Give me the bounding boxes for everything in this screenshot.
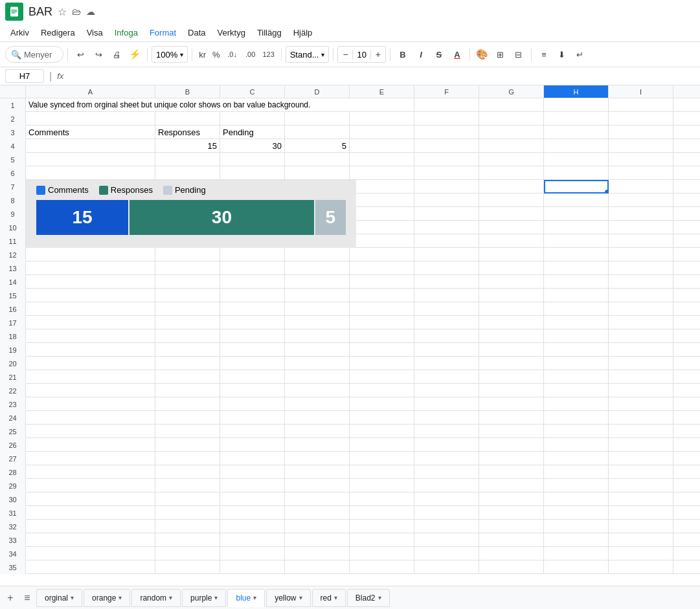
- cell-a16[interactable]: [26, 302, 155, 316]
- cell-j21[interactable]: [673, 370, 700, 384]
- cell-i35[interactable]: [609, 560, 673, 574]
- cell-i2[interactable]: [609, 112, 673, 126]
- cell-e22[interactable]: [350, 384, 414, 397]
- cell-e35[interactable]: [350, 560, 414, 574]
- cell-f23[interactable]: [414, 397, 479, 411]
- cell-h28[interactable]: [544, 465, 609, 479]
- menu-verktyg[interactable]: Verktyg: [212, 25, 251, 40]
- cell-f26[interactable]: [414, 438, 479, 452]
- wrap-button[interactable]: ↵: [572, 46, 589, 63]
- formula-input[interactable]: [66, 70, 695, 82]
- cell-b15[interactable]: [155, 289, 220, 302]
- cell-j23[interactable]: [673, 397, 700, 411]
- cell-b35[interactable]: [155, 560, 220, 574]
- cell-g10[interactable]: [479, 221, 544, 234]
- cell-h19[interactable]: [544, 343, 609, 357]
- cell-h22[interactable]: [544, 384, 609, 397]
- cell-a21[interactable]: [26, 370, 155, 384]
- cell-h15[interactable]: [544, 289, 609, 302]
- borders-button[interactable]: ⊞: [492, 46, 509, 63]
- cell-h16[interactable]: [544, 302, 609, 316]
- cell-h23[interactable]: [544, 397, 609, 411]
- cell-c13[interactable]: [220, 261, 285, 275]
- cell-b23[interactable]: [155, 397, 220, 411]
- cell-g32[interactable]: [479, 520, 544, 533]
- cell-d4[interactable]: 5: [285, 139, 350, 153]
- cell-a31[interactable]: [26, 506, 155, 520]
- cell-j10[interactable]: [673, 221, 700, 234]
- cell-c19[interactable]: [220, 343, 285, 357]
- cell-j20[interactable]: [673, 357, 700, 370]
- cell-h30[interactable]: [544, 493, 609, 506]
- cell-c6[interactable]: [220, 166, 285, 180]
- cell-b16[interactable]: [155, 302, 220, 316]
- cell-b30[interactable]: [155, 493, 220, 506]
- cell-h29[interactable]: [544, 479, 609, 493]
- cell-g33[interactable]: [479, 533, 544, 547]
- cell-c3[interactable]: Pending: [220, 126, 285, 139]
- cell-f1[interactable]: [414, 98, 479, 112]
- cell-j5[interactable]: [673, 153, 700, 166]
- cell-g35[interactable]: [479, 560, 544, 574]
- cell-f3[interactable]: [414, 126, 479, 139]
- cell-i19[interactable]: [609, 343, 673, 357]
- cell-a15[interactable]: [26, 289, 155, 302]
- cell-e2[interactable]: [350, 112, 414, 126]
- cell-f27[interactable]: [414, 452, 479, 465]
- v-align-button[interactable]: ⬇: [554, 46, 570, 63]
- cell-i5[interactable]: [609, 153, 673, 166]
- cell-e18[interactable]: [350, 329, 414, 343]
- cell-c2[interactable]: [220, 112, 285, 126]
- cell-h20[interactable]: [544, 357, 609, 370]
- cell-f4[interactable]: [414, 139, 479, 153]
- cell-b17[interactable]: [155, 316, 220, 329]
- cell-f34[interactable]: [414, 547, 479, 560]
- cell-c29[interactable]: [220, 479, 285, 493]
- cell-d20[interactable]: [285, 357, 350, 370]
- cell-j4[interactable]: [673, 139, 700, 153]
- cell-h10[interactable]: [544, 221, 609, 234]
- cell-g24[interactable]: [479, 411, 544, 425]
- cell-g30[interactable]: [479, 493, 544, 506]
- cell-i22[interactable]: [609, 384, 673, 397]
- cell-i25[interactable]: [609, 425, 673, 438]
- menu-hjalp[interactable]: Hjälp: [288, 25, 318, 40]
- cell-c5[interactable]: [220, 153, 285, 166]
- cell-j27[interactable]: [673, 452, 700, 465]
- cell-h14[interactable]: [544, 275, 609, 289]
- cell-c20[interactable]: [220, 357, 285, 370]
- cell-j18[interactable]: [673, 329, 700, 343]
- cell-d16[interactable]: [285, 302, 350, 316]
- cell-e26[interactable]: [350, 438, 414, 452]
- cell-e33[interactable]: [350, 533, 414, 547]
- cell-c25[interactable]: [220, 425, 285, 438]
- cell-f18[interactable]: [414, 329, 479, 343]
- cell-j9[interactable]: [673, 207, 700, 221]
- col-header-d[interactable]: D: [285, 85, 350, 98]
- cell-h9[interactable]: [544, 207, 609, 221]
- cell-f21[interactable]: [414, 370, 479, 384]
- cell-d34[interactable]: [285, 547, 350, 560]
- cell-f6[interactable]: [414, 166, 479, 180]
- cell-h3[interactable]: [544, 126, 609, 139]
- cell-h11[interactable]: [544, 234, 609, 248]
- cell-b19[interactable]: [155, 343, 220, 357]
- cell-f22[interactable]: [414, 384, 479, 397]
- cell-d30[interactable]: [285, 493, 350, 506]
- cell-g15[interactable]: [479, 289, 544, 302]
- star-icon[interactable]: ☆: [58, 6, 67, 18]
- cell-f20[interactable]: [414, 357, 479, 370]
- cell-d13[interactable]: [285, 261, 350, 275]
- cell-d6[interactable]: [285, 166, 350, 180]
- cell-h35[interactable]: [544, 560, 609, 574]
- cell-h27[interactable]: [544, 452, 609, 465]
- redo-button[interactable]: ↪: [90, 46, 107, 63]
- cell-g7[interactable]: [479, 180, 544, 194]
- cell-g12[interactable]: [479, 248, 544, 261]
- cell-c15[interactable]: [220, 289, 285, 302]
- cell-g29[interactable]: [479, 479, 544, 493]
- cell-a26[interactable]: [26, 438, 155, 452]
- cell-a32[interactable]: [26, 520, 155, 533]
- cell-j14[interactable]: [673, 275, 700, 289]
- h-align-button[interactable]: ≡: [536, 46, 552, 63]
